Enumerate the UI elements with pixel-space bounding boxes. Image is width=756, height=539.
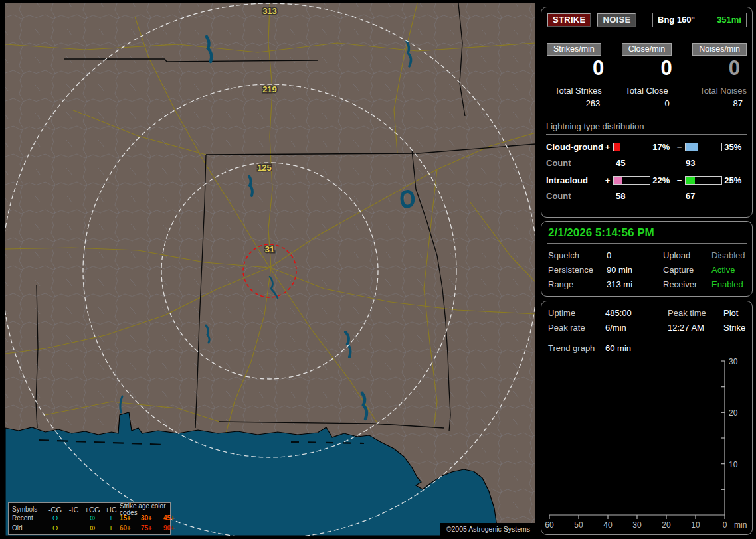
ring-label-31: 31 (265, 244, 274, 254)
x-axis-unit: min (734, 520, 747, 530)
bearing-label: Bng 160° (658, 15, 695, 25)
map-canvas: 313 219 125 31 (5, 3, 535, 536)
ring-label-125: 125 (257, 163, 272, 173)
map-legend: Symbols -CG -IC +CG +IC Strike age color… (8, 502, 171, 535)
ring-label-219: 219 (262, 84, 277, 94)
legend-col-pcg: +CG (82, 506, 102, 514)
total-noises-value: 87 (733, 98, 747, 108)
old-pic-icon: + (102, 524, 120, 532)
old-ncg-icon: ⊖ (45, 524, 65, 532)
recent-ncg-icon: ⊖ (45, 514, 65, 522)
cg-negative-bar (685, 143, 722, 151)
age-75: 75+ (141, 525, 163, 532)
cg-count-row: Count 45 93 (546, 158, 747, 168)
x-tick-40: 40 (603, 520, 613, 530)
noises-per-min-chip[interactable]: Noises/min (692, 43, 747, 56)
uptime-label: Uptime (548, 308, 605, 318)
cg-positive-bar (613, 143, 650, 151)
intracloud-row: Intracloud + 22% − 25% (546, 175, 747, 185)
session-panel: Uptime 485:00 Peak time Plot Peak rate 6… (541, 301, 753, 535)
strikes-per-min-chip[interactable]: Strikes/min (547, 43, 601, 56)
plot-label: Plot (723, 308, 745, 318)
ic-positive-bar (613, 176, 650, 185)
x-tick-60: 60 (545, 520, 554, 530)
peak-time-label: Peak time (668, 308, 723, 318)
strike-button[interactable]: STRIKE (547, 13, 591, 27)
peak-rate-value: 6/min (605, 323, 668, 333)
age-30: 30+ (141, 515, 163, 522)
plus-sign: + (604, 142, 612, 152)
total-close-label: Total Close (625, 86, 668, 96)
old-nic-icon: − (65, 524, 82, 532)
datetime-display: 2/1/2026 5:14:56 PM (547, 226, 747, 244)
intracloud-label: Intracloud (546, 175, 604, 185)
total-noises-label: Total Noises (700, 86, 747, 96)
legend-recent-row: Recent ⊖ − ⊕ + 15+ 30+ 45+ (9, 513, 170, 523)
x-tick-50: 50 (574, 520, 583, 530)
squelch-label: Squelch (548, 250, 607, 260)
total-close-value: 0 (664, 98, 680, 108)
legend-col-pic: +IC (102, 506, 120, 514)
close-per-min-chip[interactable]: Close/min (622, 43, 672, 56)
age-60: 60+ (120, 525, 141, 532)
ic-negative-bar (685, 176, 722, 185)
bearing-readout: Bng 160° 351mi (652, 13, 747, 27)
age-45: 45+ (163, 515, 183, 522)
ic-negative-pct: 25% (724, 175, 747, 185)
age-15: 15+ (120, 515, 141, 522)
ic-positive-count: 58 (616, 191, 686, 201)
persistence-label: Persistence (548, 265, 607, 275)
legend-recent-label: Recent (12, 515, 45, 522)
ic-count-row: Count 58 67 (546, 191, 747, 201)
cg-negative-count: 93 (686, 158, 695, 168)
legend-old-row: Old ⊖ − ⊕ + 60+ 75+ 90+ (9, 523, 170, 533)
cg-positive-pct: 17% (652, 142, 676, 152)
cg-negative-pct: 35% (724, 142, 747, 152)
ring-label-313: 313 (262, 6, 277, 16)
old-pcg-icon: ⊕ (82, 524, 102, 532)
legend-old-label: Old (12, 525, 45, 532)
recent-nic-icon: − (65, 514, 82, 522)
peak-rate-label: Peak rate (548, 323, 605, 333)
trend-graph-label: Trend graph (548, 343, 605, 353)
status-panel: 2/1/2026 5:14:56 PM Squelch 0 Upload Dis… (541, 221, 753, 297)
noises-per-min-value: 0 (729, 57, 747, 80)
receiver-status: Enabled (711, 279, 745, 289)
x-tick-30: 30 (632, 520, 642, 530)
ic-count-label: Count (546, 191, 616, 201)
cg-count-label: Count (546, 158, 616, 168)
range-value: 313 mi (607, 279, 663, 289)
strikes-per-min-value: 0 (593, 57, 613, 80)
total-strikes-label: Total Strikes (547, 86, 602, 96)
ic-positive-pct: 22% (652, 175, 676, 185)
strike-stats-panel: STRIKE NOISE Bng 160° 351mi Strikes/min … (541, 7, 753, 218)
x-tick-10: 10 (691, 520, 700, 530)
plot-mode-value: Strike (723, 323, 745, 333)
recent-pic-icon: + (102, 514, 120, 522)
close-per-min-value: 0 (660, 57, 680, 80)
uptime-value: 485:00 (605, 308, 668, 318)
upload-label: Upload (663, 250, 711, 260)
squelch-value: 0 (607, 250, 663, 260)
y-tick-10: 10 (729, 460, 738, 469)
ic-negative-count: 67 (686, 191, 695, 201)
cloud-ground-label: Cloud-ground (546, 142, 604, 152)
peak-time-value: 12:27 AM (668, 323, 723, 333)
x-tick-0: 0 (723, 520, 727, 530)
receiver-label: Receiver (663, 279, 711, 289)
persistence-value: 90 min (607, 265, 663, 275)
cg-positive-count: 45 (616, 158, 686, 168)
legend-symbols-header: Symbols (12, 506, 45, 513)
lightning-map[interactable]: 313 219 125 31 Symbols -CG -IC +CG +IC S… (5, 3, 535, 536)
capture-label: Capture (663, 265, 711, 275)
minus-sign: − (676, 175, 684, 185)
noise-button[interactable]: NOISE (597, 13, 636, 27)
x-tick-20: 20 (662, 520, 671, 530)
legend-col-ncg: -CG (45, 506, 65, 514)
y-tick-20: 20 (729, 408, 738, 418)
minus-sign: − (676, 142, 684, 152)
cloud-ground-row: Cloud-ground + 17% − 35% (546, 142, 747, 152)
legend-col-nic: -IC (65, 506, 82, 514)
trend-graph-value: 60 min (605, 343, 631, 353)
y-tick-30: 30 (729, 357, 738, 366)
